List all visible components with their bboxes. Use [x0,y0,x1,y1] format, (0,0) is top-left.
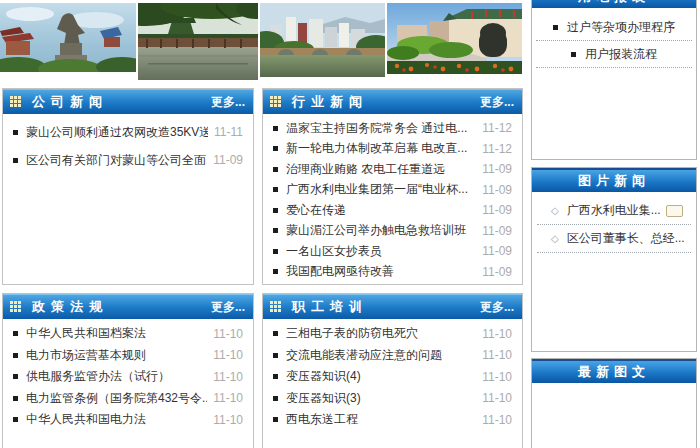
news-item: 我国配电网亟待改善 11-09 [273,262,516,283]
banner-photo-city-riverside [260,3,385,77]
news-item: 西电东送工程 11-10 [273,409,516,431]
news-item: 爱心在传递 11-09 [273,200,516,221]
news-date: 11-10 [482,413,516,427]
grid-dots-icon [270,96,283,109]
news-item: 治理商业贿赂 农电工任重道远 11-09 [273,159,516,180]
power-install-list: 过户等杂项办理程序 用户报装流程 [532,8,696,68]
news-item: 一名山区女抄表员 11-09 [273,241,516,262]
bullet-icon [13,158,18,163]
panel-policies-header: 政策法规 更多... [3,294,253,319]
more-link[interactable]: 更多... [211,94,245,111]
news-link[interactable]: 变压器知识(4) [286,368,476,385]
diamond-bullet-icon: ◇ [551,233,559,244]
more-link[interactable]: 更多... [211,299,245,316]
sidebar-panel-picture-news-header: 图片新闻 [532,168,696,192]
news-link[interactable]: 中华人民共和国档案法 [26,325,207,342]
sidebar-item: ◇ 区公司董事长、总经... [537,225,691,253]
bullet-icon [273,228,278,233]
bullet-icon [553,25,558,30]
news-link[interactable]: 供电服务监管办法（试行） [26,368,207,385]
bullet-icon [13,374,18,379]
sidebar-panel-power-install-header: 用电报装 [532,0,696,8]
news-link[interactable]: 蒙山公司顺利通过农网改造35KV送... [26,124,208,141]
panel-title: 行业新闻 [292,93,368,111]
news-item: 区公司有关部门对蒙山等公司全面... 11-09 [13,146,247,174]
news-date: 11-09 [482,162,516,176]
news-link[interactable]: 爱心在传递 [286,202,476,219]
bullet-icon [13,130,18,135]
news-item: 温家宝主持国务院常务会 通过电... 11-12 [273,118,516,139]
news-date: 11-10 [213,348,247,362]
news-link[interactable]: 三相电子表的防窃电死穴 [286,325,476,342]
more-link[interactable]: 更多... [480,94,514,111]
grid-dots-icon [10,301,23,314]
news-date: 11-10 [213,391,247,405]
portal-page: 公司新闻 更多... 蒙山公司顺利通过农网改造35KV送... 11-11 区公… [0,0,700,448]
news-link[interactable]: 温家宝主持国务院常务会 通过电... [286,120,476,137]
news-link[interactable]: 我国配电网亟待改善 [286,263,476,280]
news-date: 11-09 [213,153,247,167]
grid-dots-icon [10,96,23,109]
sidebar-link[interactable]: 广西水利电业集... [567,202,661,219]
more-link[interactable]: 更多... [480,299,514,316]
panel-industry-news: 行业新闻 更多... 温家宝主持国务院常务会 通过电... 11-12 新一轮电… [262,88,523,285]
news-item: 新一轮电力体制改革启幕 电改直... 11-12 [273,139,516,160]
bullet-icon [273,353,278,358]
news-link[interactable]: 广西水利电业集团第一届“电业杯... [286,181,476,198]
news-date: 11-09 [482,183,516,197]
bullet-icon [13,417,18,422]
sidebar-link[interactable]: 用户报装流程 [585,46,657,63]
news-link[interactable]: 中华人民共和国电力法 [26,411,207,428]
bullet-icon [273,187,278,192]
bullet-icon [273,396,278,401]
banner-photo-garden-gate [387,3,522,74]
bullet-icon [13,353,18,358]
news-link[interactable]: 交流电能表潜动应注意的问题 [286,347,476,364]
news-date: 11-09 [482,265,516,279]
bullet-icon [273,146,278,151]
news-link[interactable]: 电力市场运营基本规则 [26,347,207,364]
sidebar-panel-latest-pics-header: 最新图文 [532,359,696,383]
news-link[interactable]: 一名山区女抄表员 [286,243,476,260]
sidebar-link[interactable]: 过户等杂项办理程序 [567,19,675,36]
photo-attachment-icon [666,205,683,217]
bullet-icon [273,417,278,422]
news-date: 11-10 [482,391,516,405]
bullet-icon [273,269,278,274]
news-item: 电力市场运营基本规则 11-10 [13,345,247,367]
panel-company-news-header: 公司新闻 更多... [3,89,253,114]
bullet-icon [273,167,278,172]
grid-dots-icon [270,301,283,314]
news-date: 11-10 [482,348,516,362]
policies-list: 中华人民共和国档案法 11-10 电力市场运营基本规则 11-10 供电服务监管… [3,319,253,431]
panel-company-news: 公司新闻 更多... 蒙山公司顺利通过农网改造35KV送... 11-11 区公… [2,88,254,285]
news-link[interactable]: 区公司有关部门对蒙山等公司全面... [26,152,207,169]
news-date: 11-09 [482,203,516,217]
sidebar-panel-latest-pics: 最新图文 [531,358,697,448]
news-date: 11-11 [214,125,247,139]
news-link[interactable]: 蒙山湄江公司举办触电急救培训班 [286,222,476,239]
sidebar-link[interactable]: 区公司董事长、总经... [567,230,685,247]
news-item: 交流电能表潜动应注意的问题 11-10 [273,345,516,367]
news-link[interactable]: 电力监管条例（国务院第432号令... [26,390,207,407]
news-item: 变压器知识(3) 11-10 [273,388,516,410]
bullet-icon [273,374,278,379]
panel-industry-news-header: 行业新闻 更多... [263,89,522,114]
news-date: 11-12 [482,142,516,156]
news-link[interactable]: 新一轮电力体制改革启幕 电改直... [286,140,476,157]
picture-news-list: ◇ 广西水利电业集... ◇ 区公司董事长、总经... [532,192,696,253]
news-link[interactable]: 西电东送工程 [286,411,476,428]
bullet-icon [13,331,18,336]
panel-training: 职工培训 更多... 三相电子表的防窃电死穴 11-10 交流电能表潜动应注意的… [262,293,523,448]
news-item: 变压器知识(4) 11-10 [273,366,516,388]
news-date: 11-12 [482,121,516,135]
panel-title: 职工培训 [292,298,368,316]
news-link[interactable]: 治理商业贿赂 农电工任重道远 [286,161,476,178]
company-news-list: 蒙山公司顺利通过农网改造35KV送... 11-11 区公司有关部门对蒙山等公司… [3,114,253,174]
news-date: 11-10 [213,370,247,384]
bullet-icon [273,208,278,213]
panel-training-header: 职工培训 更多... [263,294,522,319]
news-link[interactable]: 变压器知识(3) [286,390,476,407]
news-item: 蒙山公司顺利通过农网改造35KV送... 11-11 [13,118,247,146]
news-item: 中华人民共和国电力法 11-10 [13,409,247,431]
